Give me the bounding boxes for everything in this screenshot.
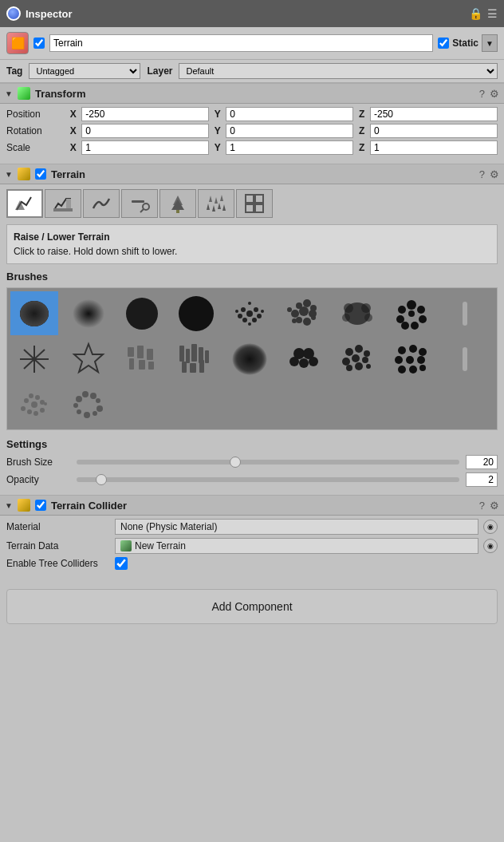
- opacity-slider-track[interactable]: [77, 477, 459, 482]
- terrain-place-trees-btn[interactable]: [159, 189, 196, 218]
- brush-size-slider-thumb[interactable]: [230, 457, 241, 468]
- terrain-active-checkbox[interactable]: [35, 168, 46, 180]
- brush-item[interactable]: [65, 337, 112, 381]
- lock-icon[interactable]: 🔒: [469, 7, 482, 20]
- collider-arrow: ▼: [5, 501, 13, 510]
- scale-x-input[interactable]: [81, 140, 209, 155]
- brush-item[interactable]: [441, 337, 489, 381]
- svg-point-112: [33, 411, 38, 416]
- terrain-data-label: Terrain Data: [6, 540, 110, 551]
- static-dropdown-arrow[interactable]: ▼: [482, 34, 498, 52]
- rot-z-input[interactable]: [370, 124, 498, 138]
- svg-marker-11: [220, 195, 223, 201]
- svg-point-81: [232, 343, 267, 375]
- brush-item[interactable]: [226, 291, 274, 335]
- tag-select[interactable]: Untagged: [29, 63, 140, 79]
- svg-marker-14: [218, 203, 221, 209]
- transform-title: Transform: [35, 88, 474, 100]
- pos-z-axis: Z: [356, 109, 367, 120]
- rot-x-axis: X: [68, 125, 78, 136]
- title-bar-controls: 🔒 ☰: [469, 7, 498, 20]
- tree-colliders-checkbox[interactable]: [115, 557, 128, 570]
- collider-body: Material None (Physic Material) ◉ Terrai…: [0, 516, 504, 579]
- scale-y-axis: Y: [212, 142, 222, 153]
- brush-item[interactable]: [172, 337, 220, 381]
- opacity-value[interactable]: [466, 472, 498, 487]
- brush-item[interactable]: [10, 337, 58, 381]
- scale-x-axis: X: [68, 142, 78, 153]
- tag-layer-row: Tag Untagged Layer Default: [0, 60, 504, 83]
- brush-item[interactable]: [118, 337, 166, 381]
- pos-z-input[interactable]: [370, 107, 498, 121]
- brush-item[interactable]: [10, 382, 58, 426]
- terrain-header[interactable]: ▼ Terrain ? ⚙: [0, 164, 504, 184]
- brushes-grid: [6, 287, 498, 430]
- brush-item[interactable]: [388, 337, 435, 381]
- scale-z-input[interactable]: [370, 140, 498, 155]
- opacity-slider-thumb[interactable]: [96, 474, 107, 485]
- scale-row: Scale X Y Z: [6, 140, 498, 155]
- pos-x-input[interactable]: [81, 107, 209, 121]
- brush-item[interactable]: [280, 291, 328, 335]
- svg-rect-68: [137, 346, 144, 358]
- brush-item[interactable]: [333, 291, 381, 335]
- terrain-gear-icon[interactable]: ⚙: [490, 168, 499, 180]
- object-name-input[interactable]: [49, 34, 433, 52]
- brush-item[interactable]: [10, 291, 58, 335]
- object-active-checkbox[interactable]: [33, 38, 45, 49]
- brush-item[interactable]: [280, 337, 328, 381]
- add-component-button[interactable]: Add Component: [6, 589, 498, 624]
- svg-point-108: [35, 395, 40, 400]
- terrain-data-select-btn[interactable]: ◉: [483, 539, 498, 553]
- terrain-settings-btn[interactable]: [236, 189, 273, 218]
- brush-item[interactable]: [333, 337, 381, 381]
- collider-active-checkbox[interactable]: [35, 500, 46, 511]
- svg-point-24: [126, 298, 158, 330]
- terrain-help-icon[interactable]: ?: [479, 168, 485, 180]
- collider-help-icon[interactable]: ?: [479, 500, 485, 512]
- svg-point-102: [398, 366, 406, 374]
- brush-item[interactable]: [226, 337, 274, 381]
- brush-item[interactable]: [65, 382, 112, 426]
- svg-point-93: [346, 365, 352, 371]
- collider-header[interactable]: ▼ Terrain Collider ? ⚙: [0, 495, 504, 516]
- svg-rect-105: [463, 347, 467, 371]
- brush-item[interactable]: [65, 291, 112, 335]
- material-value: None (Physic Material): [115, 519, 478, 535]
- transform-help-icon[interactable]: ?: [479, 88, 485, 100]
- svg-point-124: [73, 403, 78, 408]
- terrain-smooth-btn[interactable]: [83, 189, 120, 218]
- static-checkbox[interactable]: [438, 38, 449, 49]
- svg-rect-77: [205, 350, 209, 363]
- brush-size-value[interactable]: [466, 455, 498, 469]
- rot-y-input[interactable]: [226, 124, 353, 138]
- brush-item[interactable]: [172, 291, 220, 335]
- brush-size-slider-track[interactable]: [77, 460, 459, 464]
- transform-gear-icon[interactable]: ⚙: [490, 88, 499, 100]
- rot-y-axis: Y: [212, 125, 222, 136]
- terrain-place-details-btn[interactable]: [198, 189, 234, 218]
- material-row: Material None (Physic Material) ◉: [6, 519, 498, 535]
- layer-select[interactable]: Default: [179, 63, 498, 79]
- menu-icon[interactable]: ☰: [487, 7, 498, 20]
- terrain-paint-height-btn[interactable]: [45, 189, 81, 218]
- brush-item[interactable]: [118, 291, 166, 335]
- brush-item[interactable]: [388, 291, 435, 335]
- opacity-label: Opacity: [6, 474, 70, 485]
- collider-gear-icon[interactable]: ⚙: [490, 500, 499, 512]
- terrain-raise-lower-btn[interactable]: [6, 189, 43, 218]
- transform-header[interactable]: ▼ Transform ? ⚙: [0, 83, 504, 104]
- svg-rect-75: [191, 344, 197, 362]
- rot-x-input[interactable]: [81, 124, 209, 138]
- title-bar: Inspector 🔒 ☰: [0, 0, 504, 27]
- svg-rect-70: [129, 358, 134, 370]
- terrain-toolbar: [6, 189, 498, 218]
- svg-point-116: [76, 396, 82, 402]
- pos-y-input[interactable]: [226, 107, 353, 121]
- svg-point-97: [409, 345, 417, 353]
- material-select-btn[interactable]: ◉: [483, 520, 498, 534]
- brush-item[interactable]: [441, 291, 489, 335]
- scale-y-input[interactable]: [226, 140, 353, 155]
- terrain-paint-texture-btn[interactable]: [121, 189, 158, 218]
- svg-rect-69: [147, 349, 153, 360]
